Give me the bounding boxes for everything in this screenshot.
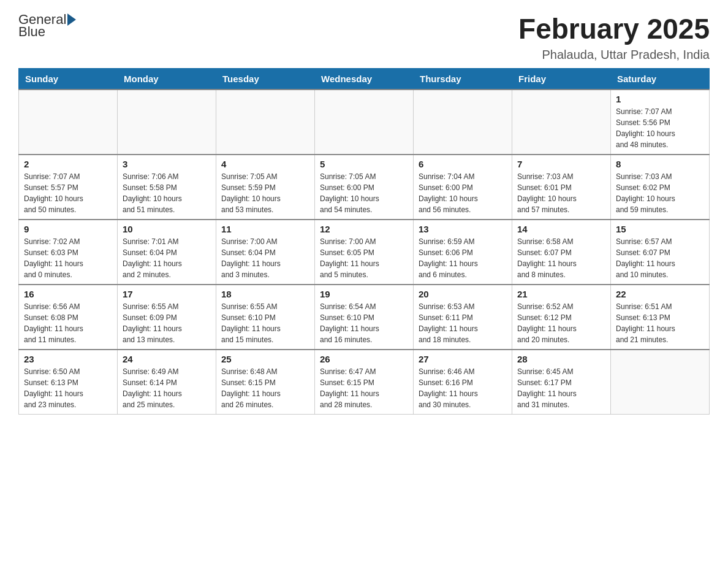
page-header: General Blue February 2025 Phalauda, Utt… [18,12,710,62]
day-number: 24 [123,354,211,364]
day-number: 13 [419,224,507,234]
day-info: Sunrise: 6:52 AM Sunset: 6:12 PM Dayligh… [517,301,605,345]
day-info: Sunrise: 6:45 AM Sunset: 6:17 PM Dayligh… [517,366,605,410]
calendar-week-row: 16Sunrise: 6:56 AM Sunset: 6:08 PM Dayli… [19,285,710,350]
calendar-day-cell: 25Sunrise: 6:48 AM Sunset: 6:15 PM Dayli… [216,350,315,415]
day-info: Sunrise: 6:59 AM Sunset: 6:06 PM Dayligh… [419,236,507,280]
calendar-day-cell [512,90,611,155]
day-number: 5 [320,159,408,169]
day-number: 8 [616,159,704,169]
day-number: 27 [419,354,507,364]
calendar-day-cell: 2Sunrise: 7:07 AM Sunset: 5:57 PM Daylig… [19,155,118,220]
calendar-day-cell: 26Sunrise: 6:47 AM Sunset: 6:15 PM Dayli… [315,350,414,415]
day-number: 16 [24,289,112,299]
logo-blue: Blue [18,24,45,39]
calendar-day-cell: 11Sunrise: 7:00 AM Sunset: 6:04 PM Dayli… [216,220,315,285]
day-info: Sunrise: 7:05 AM Sunset: 6:00 PM Dayligh… [320,171,408,215]
day-info: Sunrise: 6:49 AM Sunset: 6:14 PM Dayligh… [123,366,211,410]
day-info: Sunrise: 7:04 AM Sunset: 6:00 PM Dayligh… [419,171,507,215]
day-info: Sunrise: 7:01 AM Sunset: 6:04 PM Dayligh… [123,236,211,280]
day-info: Sunrise: 6:53 AM Sunset: 6:11 PM Dayligh… [419,301,507,345]
calendar-week-row: 23Sunrise: 6:50 AM Sunset: 6:13 PM Dayli… [19,350,710,415]
calendar-day-cell: 19Sunrise: 6:54 AM Sunset: 6:10 PM Dayli… [315,285,414,350]
calendar-day-cell: 24Sunrise: 6:49 AM Sunset: 6:14 PM Dayli… [118,350,216,415]
day-number: 22 [616,289,704,299]
day-info: Sunrise: 6:58 AM Sunset: 6:07 PM Dayligh… [517,236,605,280]
day-number: 26 [320,354,408,364]
calendar-header: SundayMondayTuesdayWednesdayThursdayFrid… [19,69,710,90]
day-number: 23 [24,354,112,364]
day-info: Sunrise: 7:00 AM Sunset: 6:04 PM Dayligh… [221,236,309,280]
calendar-day-cell: 9Sunrise: 7:02 AM Sunset: 6:03 PM Daylig… [19,220,118,285]
day-number: 2 [24,159,112,169]
day-of-week-header: Monday [118,69,216,90]
day-of-week-header: Saturday [611,69,710,90]
day-number: 14 [517,224,605,234]
day-info: Sunrise: 7:07 AM Sunset: 5:56 PM Dayligh… [616,106,704,150]
day-number: 25 [221,354,309,364]
calendar-day-cell: 12Sunrise: 7:00 AM Sunset: 6:05 PM Dayli… [315,220,414,285]
month-title: February 2025 [518,12,710,45]
day-number: 6 [419,159,507,169]
day-info: Sunrise: 6:56 AM Sunset: 6:08 PM Dayligh… [24,301,112,345]
calendar-day-cell: 27Sunrise: 6:46 AM Sunset: 6:16 PM Dayli… [414,350,512,415]
calendar-day-cell: 6Sunrise: 7:04 AM Sunset: 6:00 PM Daylig… [414,155,512,220]
calendar-day-cell: 5Sunrise: 7:05 AM Sunset: 6:00 PM Daylig… [315,155,414,220]
calendar-day-cell: 21Sunrise: 6:52 AM Sunset: 6:12 PM Dayli… [512,285,611,350]
day-info: Sunrise: 6:47 AM Sunset: 6:15 PM Dayligh… [320,366,408,410]
day-info: Sunrise: 7:03 AM Sunset: 6:02 PM Dayligh… [616,171,704,215]
day-number: 18 [221,289,309,299]
day-info: Sunrise: 6:46 AM Sunset: 6:16 PM Dayligh… [419,366,507,410]
day-number: 3 [123,159,211,169]
calendar-day-cell: 8Sunrise: 7:03 AM Sunset: 6:02 PM Daylig… [611,155,710,220]
day-number: 20 [419,289,507,299]
calendar-day-cell: 10Sunrise: 7:01 AM Sunset: 6:04 PM Dayli… [118,220,216,285]
day-of-week-header: Thursday [414,69,512,90]
calendar-table: SundayMondayTuesdayWednesdayThursdayFrid… [18,68,710,415]
calendar-week-row: 2Sunrise: 7:07 AM Sunset: 5:57 PM Daylig… [19,155,710,220]
day-info: Sunrise: 6:57 AM Sunset: 6:07 PM Dayligh… [616,236,704,280]
day-info: Sunrise: 6:50 AM Sunset: 6:13 PM Dayligh… [24,366,112,410]
day-of-week-header: Tuesday [216,69,315,90]
calendar-day-cell: 7Sunrise: 7:03 AM Sunset: 6:01 PM Daylig… [512,155,611,220]
days-of-week-row: SundayMondayTuesdayWednesdayThursdayFrid… [19,69,710,90]
calendar-day-cell: 14Sunrise: 6:58 AM Sunset: 6:07 PM Dayli… [512,220,611,285]
calendar-day-cell [19,90,118,155]
logo: General Blue [18,12,76,39]
day-number: 15 [616,224,704,234]
day-number: 21 [517,289,605,299]
day-info: Sunrise: 6:55 AM Sunset: 6:10 PM Dayligh… [221,301,309,345]
day-number: 1 [616,94,704,104]
day-info: Sunrise: 7:00 AM Sunset: 6:05 PM Dayligh… [320,236,408,280]
calendar-day-cell [611,350,710,415]
calendar-day-cell: 22Sunrise: 6:51 AM Sunset: 6:13 PM Dayli… [611,285,710,350]
calendar-body: 1Sunrise: 7:07 AM Sunset: 5:56 PM Daylig… [19,90,710,415]
day-number: 12 [320,224,408,234]
day-info: Sunrise: 6:54 AM Sunset: 6:10 PM Dayligh… [320,301,408,345]
day-info: Sunrise: 6:51 AM Sunset: 6:13 PM Dayligh… [616,301,704,345]
day-info: Sunrise: 7:06 AM Sunset: 5:58 PM Dayligh… [123,171,211,215]
day-number: 7 [517,159,605,169]
calendar-day-cell: 23Sunrise: 6:50 AM Sunset: 6:13 PM Dayli… [19,350,118,415]
day-info: Sunrise: 6:48 AM Sunset: 6:15 PM Dayligh… [221,366,309,410]
calendar-day-cell [414,90,512,155]
day-info: Sunrise: 6:55 AM Sunset: 6:09 PM Dayligh… [123,301,211,345]
day-info: Sunrise: 7:07 AM Sunset: 5:57 PM Dayligh… [24,171,112,215]
day-number: 9 [24,224,112,234]
calendar-day-cell: 4Sunrise: 7:05 AM Sunset: 5:59 PM Daylig… [216,155,315,220]
logo-arrow-icon [67,13,76,26]
calendar-day-cell: 20Sunrise: 6:53 AM Sunset: 6:11 PM Dayli… [414,285,512,350]
day-number: 4 [221,159,309,169]
day-number: 17 [123,289,211,299]
calendar-day-cell: 16Sunrise: 6:56 AM Sunset: 6:08 PM Dayli… [19,285,118,350]
title-block: February 2025 Phalauda, Uttar Pradesh, I… [518,12,710,62]
location: Phalauda, Uttar Pradesh, India [518,48,710,62]
calendar-week-row: 1Sunrise: 7:07 AM Sunset: 5:56 PM Daylig… [19,90,710,155]
calendar-day-cell: 28Sunrise: 6:45 AM Sunset: 6:17 PM Dayli… [512,350,611,415]
calendar-day-cell: 17Sunrise: 6:55 AM Sunset: 6:09 PM Dayli… [118,285,216,350]
day-of-week-header: Friday [512,69,611,90]
calendar-day-cell: 3Sunrise: 7:06 AM Sunset: 5:58 PM Daylig… [118,155,216,220]
calendar-day-cell: 13Sunrise: 6:59 AM Sunset: 6:06 PM Dayli… [414,220,512,285]
calendar-week-row: 9Sunrise: 7:02 AM Sunset: 6:03 PM Daylig… [19,220,710,285]
calendar-day-cell [315,90,414,155]
